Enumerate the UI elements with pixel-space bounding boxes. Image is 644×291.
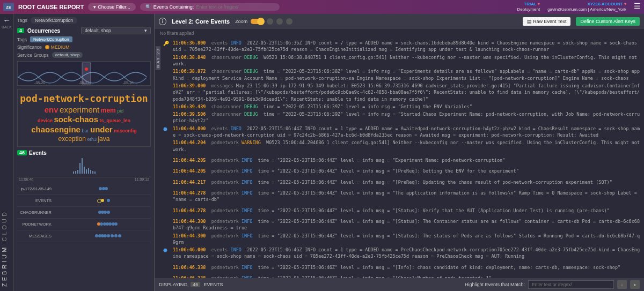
zoom-level-3[interactable] <box>276 18 283 25</box>
highlight-prev-button[interactable]: ↓ <box>617 280 627 289</box>
log-line[interactable]: 11:06:44.300 podnetwork INFO time = "202… <box>165 218 641 232</box>
chevron-down-icon[interactable]: ▾ <box>624 2 626 6</box>
account-label[interactable]: XYZ16 ACCOUNT <box>587 2 623 6</box>
wc-term[interactable]: under <box>90 125 113 134</box>
displaying-label: DISPLAYING <box>159 282 187 287</box>
service-groups-value[interactable]: default, shop <box>52 52 83 58</box>
top-bar: Ze ROOT CAUSE REPORT ▾ Choose Filter... … <box>0 0 644 14</box>
log-panel: i Level 2: Core Events Zoom ▤ Raw Event … <box>155 14 644 291</box>
wc-term[interactable]: pod-network-corruption <box>19 93 149 105</box>
occurrence-label: Occurrences <box>27 28 60 34</box>
scope-value: default, shop <box>85 28 111 33</box>
lane-label: EVENTS <box>17 198 55 203</box>
wc-term[interactable]: experiment <box>60 105 99 114</box>
word-cloud[interactable]: pod-network-corruption env experiment me… <box>17 89 151 147</box>
log-line[interactable]: 11:06:44.217 podnetwork INFO time = "202… <box>165 179 641 185</box>
log-line[interactable]: ⬣11:06:46.000 events INFO 2022-05-23T15:… <box>165 247 641 260</box>
hist-tick: 11:06:46 <box>19 177 33 181</box>
back-label: BACK <box>2 25 12 29</box>
page-title: ROOT CAUSE REPORT <box>18 4 84 10</box>
wc-term[interactable]: eth3 <box>87 137 97 142</box>
trial-label[interactable]: TRIAL <box>524 2 537 6</box>
wc-term[interactable]: bar <box>82 128 89 133</box>
wave-tick: -05-20 <box>34 81 45 85</box>
log-line[interactable]: 11:06:46.338 podnetwork INFO time = "202… <box>165 275 641 278</box>
scope-dropdown[interactable]: default, shop ▾ <box>81 27 151 34</box>
log-line[interactable]: 11:06:39.439 chaosrunner DEBUG time = "2… <box>165 103 641 110</box>
zoom-level-4[interactable] <box>286 18 292 25</box>
events-word: EVENTS <box>203 282 223 287</box>
significance-value: MEDIUM <box>45 44 69 50</box>
log-line[interactable]: 11:06:46.338 podnetwork INFO time = "202… <box>165 264 641 271</box>
chevron-down-icon[interactable]: ▾ <box>538 2 540 6</box>
highlight-next-button[interactable]: ▸ <box>630 280 640 289</box>
log-line[interactable]: 11:06:44.205 podnetwork INFO time = "202… <box>165 168 641 174</box>
date-gutter: MAY 23 <box>156 46 160 70</box>
raw-event-text-button[interactable]: ▤ Raw Event Text <box>523 17 571 26</box>
deployment-label: Deployment <box>517 7 540 12</box>
zoom-control[interactable]: Zoom <box>235 18 292 25</box>
zoom-label: Zoom <box>235 19 247 24</box>
log-line[interactable]: 11:06:38.872 chaosrunner DEBUG time = "2… <box>165 68 641 81</box>
key-icon: 🔑 <box>163 40 169 47</box>
lane-label: ip-172-91-95-149 <box>17 186 55 191</box>
info-icon[interactable]: i <box>159 18 166 25</box>
log-line[interactable]: ⬣11:06:44.000 events INFO 2022-05-23T15:… <box>165 125 641 139</box>
log-line[interactable]: 11:06:38.848 chaosrunner DEBUG W0523 15:… <box>165 54 641 68</box>
wc-term[interactable]: pid <box>117 108 123 114</box>
wc-term[interactable]: env <box>45 105 58 114</box>
tags2-label: Tags <box>17 37 27 42</box>
zoom-level-2[interactable] <box>267 18 273 25</box>
log-footer: DISPLAYING 46 EVENTS Highlight Events th… <box>155 278 644 291</box>
lane-label: CHAOSRUNNER <box>17 210 55 215</box>
search-icon: 🔍 <box>145 4 151 10</box>
events-histogram[interactable] <box>17 157 151 177</box>
cube-icon: ⬣ <box>163 126 167 133</box>
chevron-down-icon: ▾ <box>144 28 147 33</box>
tag-pill-network[interactable]: NetworkCorruption <box>30 36 72 42</box>
highlight-input[interactable] <box>528 280 614 289</box>
menu-icon[interactable]: ☰ <box>634 2 641 10</box>
log-line[interactable]: 11:06:44.205 podnetwork INFO time = "202… <box>165 157 641 163</box>
account-sub: gavin@zebrium.com | America/New_York <box>547 7 626 12</box>
wc-term[interactable]: ts_queue_len <box>100 118 131 123</box>
wc-term[interactable]: misconfig <box>114 128 137 133</box>
filter-status: No filters applied <box>155 29 644 38</box>
highlight-label: Highlight Events that Match: <box>465 282 525 287</box>
choose-filter-label: Choose Filter... <box>98 4 130 10</box>
lane-label: MESSAGES <box>17 234 55 238</box>
log-line[interactable]: 11:06:39.506 chaosrunner DEBUG time = "2… <box>165 111 641 124</box>
events-search[interactable]: 🔍 Events Containing: <box>140 3 280 11</box>
wc-term[interactable]: java <box>98 135 109 143</box>
wc-term[interactable]: device <box>38 118 53 123</box>
swimlanes[interactable]: ip-172-91-95-149 EVENTS CHAOSRUNNER PODN… <box>17 183 151 242</box>
log-line[interactable]: 11:06:44.278 podnetwork INFO time = "202… <box>165 207 641 214</box>
wc-term[interactable]: sock-chaos <box>54 115 98 124</box>
log-line[interactable]: 11:06:44.300 podnetwork INFO time = "202… <box>165 233 641 246</box>
define-alert-keys-button[interactable]: Define Custom Alert Keys <box>576 17 640 26</box>
significance-label: Significance <box>17 44 42 50</box>
medium-dot-icon <box>45 45 49 49</box>
tags-label: Tags <box>17 18 27 23</box>
log-list[interactable]: 🔑11:06:36.800 events INFO 2022-05-23T15:… <box>155 38 644 278</box>
log-line[interactable]: 11:06:39.000 messages May 23 15:06:39 ip… <box>165 83 641 102</box>
tags-value[interactable]: NetworkCorruption <box>31 17 77 24</box>
wave-tick: -05-26 <box>123 81 134 85</box>
occurrence-sparkline[interactable]: -05-20 -05-23 -05-26 <box>17 61 151 86</box>
search-prefix: Events Containing: <box>153 4 194 10</box>
events-label: Events <box>29 150 47 156</box>
choose-filter-button[interactable]: ▾ Choose Filter... <box>88 3 136 11</box>
wave-tick: -05-23 <box>78 81 89 85</box>
back-arrow-icon: ← <box>3 16 11 25</box>
log-line[interactable]: 🔑11:06:36.800 events INFO 2022-05-23T15:… <box>165 40 641 53</box>
zoom-level-1[interactable] <box>251 19 264 24</box>
log-line[interactable]: 11:06:44.204 podnetwork WARNING W0523 15… <box>165 139 641 153</box>
brand-vertical: ZEBRIUM CLOUD <box>1 210 8 287</box>
account-area: TRIAL ▾ Deployment XYZ16 ACCOUNT ▾ gavin… <box>517 2 641 12</box>
search-input[interactable] <box>196 4 271 10</box>
wc-term[interactable]: chaosengine <box>31 125 80 134</box>
wc-term[interactable]: mem <box>101 107 116 114</box>
wc-term[interactable]: exception <box>58 135 86 143</box>
log-line[interactable]: 11:06:44.278 podnetwork INFO time = "202… <box>165 190 641 203</box>
cube-icon: ⬣ <box>163 247 167 254</box>
